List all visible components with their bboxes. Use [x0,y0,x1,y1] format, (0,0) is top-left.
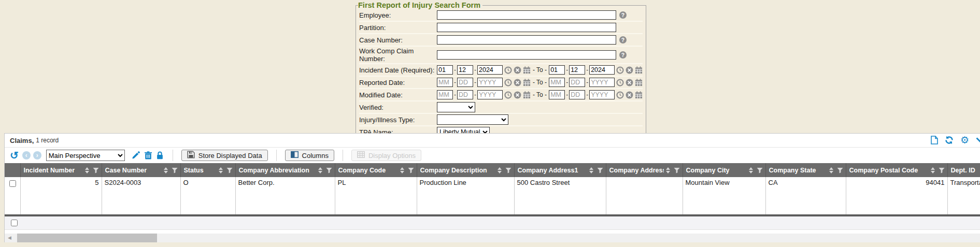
sort-icon[interactable] [219,167,223,173]
clock-icon[interactable] [616,79,624,86]
clear-date-icon[interactable] [514,79,521,86]
reported-to-day-input[interactable] [569,78,585,87]
table-row[interactable]: 5 S2024-0003 O Better Corp. PL Productio… [5,177,980,214]
modified-from-month-input[interactable] [437,90,453,99]
modified-from-year-input[interactable] [477,90,503,99]
footer-checkbox[interactable] [11,220,18,226]
filter-funnel-icon[interactable] [226,167,233,173]
column-header-company-state[interactable]: Company State [765,163,846,177]
injury-type-select[interactable] [437,114,508,125]
horizontal-scrollbar[interactable]: ◀ [5,234,980,242]
reported-from-year-input[interactable] [477,78,503,87]
calendar-icon[interactable] [635,79,643,86]
sort-icon[interactable] [829,167,833,173]
date-dash: - [454,91,456,98]
reported-to-month-input[interactable] [549,78,565,87]
column-header-case-number[interactable]: Case Number [102,163,180,177]
perspective-select[interactable]: Main Perspective [46,150,125,161]
clear-date-icon[interactable] [514,91,521,99]
reported-from-month-input[interactable] [437,78,453,87]
sort-icon[interactable] [931,167,935,173]
clock-icon[interactable] [616,91,624,99]
modified-to-year-input[interactable] [589,90,615,99]
sort-icon[interactable] [666,167,670,173]
filter-funnel-icon[interactable] [674,167,680,173]
calendar-icon[interactable] [635,66,643,74]
sort-icon[interactable] [318,167,322,173]
incident-to-year-input[interactable] [589,65,615,75]
new-document-icon[interactable] [931,136,938,144]
incident-to-day-input[interactable] [569,65,585,75]
sort-icon[interactable] [749,167,753,173]
sort-icon[interactable] [400,167,404,173]
scrollbar-thumb[interactable] [17,234,157,242]
sort-icon[interactable] [498,167,502,173]
store-displayed-data-button[interactable]: Store Displayed Data [181,150,268,161]
clock-icon[interactable] [504,79,512,86]
incident-from-year-input[interactable] [477,65,503,75]
select-all-header-cell[interactable] [5,163,20,177]
reported-to-year-input[interactable] [589,78,615,87]
verified-label: Verified: [359,104,437,111]
chevron-down-icon[interactable] [976,137,980,143]
column-header-company-description[interactable]: Company Description [417,163,514,177]
delete-trash-icon[interactable] [145,151,152,159]
help-icon[interactable]: ? [619,11,627,19]
calendar-icon[interactable] [635,91,643,99]
scroll-left-arrow-icon[interactable]: ◀ [8,236,11,240]
filter-funnel-icon[interactable] [172,167,178,173]
help-icon[interactable]: ? [619,36,627,43]
clock-icon[interactable] [616,66,624,74]
column-header-company-code[interactable]: Company Code [335,163,417,177]
refresh-icon[interactable] [945,136,954,144]
sort-icon[interactable] [164,167,168,173]
column-header-company-city[interactable]: Company City [683,163,765,177]
work-comp-claim-input[interactable] [437,50,616,60]
filter-funnel-icon[interactable] [939,167,945,173]
filter-funnel-icon[interactable] [757,167,763,173]
clear-date-icon[interactable] [626,66,633,74]
incident-to-month-input[interactable] [549,65,565,75]
clock-icon[interactable] [504,91,512,99]
lock-icon[interactable] [157,151,163,159]
filter-funnel-icon[interactable] [326,167,332,173]
sort-icon[interactable] [85,167,89,173]
calendar-icon[interactable] [523,91,531,99]
clock-icon[interactable] [504,66,512,74]
sort-icon[interactable] [589,167,593,173]
partition-input[interactable] [437,23,616,32]
verified-select[interactable] [437,102,475,112]
incident-from-day-input[interactable] [457,65,473,75]
column-header-company-abbreviation[interactable]: Company Abbreviation [235,163,335,177]
modified-to-month-input[interactable] [549,90,565,99]
gear-icon[interactable]: ⚙ [960,136,969,144]
filter-funnel-icon[interactable] [597,167,603,173]
undo-icon[interactable]: ↺ [10,150,19,161]
reported-from-day-input[interactable] [457,78,473,87]
filter-funnel-icon[interactable] [93,167,99,173]
column-header-status[interactable]: Status [180,163,235,177]
column-header-company-postal-code[interactable]: Company Postal Code [846,163,947,177]
column-header-company-address1[interactable]: Company Address1 [514,163,606,177]
column-header-incident-number[interactable]: Incident Number [20,163,102,177]
calendar-icon[interactable] [523,66,531,74]
incident-from-month-input[interactable] [437,65,453,75]
modified-from-day-input[interactable] [457,90,473,99]
clear-date-icon[interactable] [514,66,521,74]
column-header-dept-id[interactable]: Dept. ID [947,163,980,177]
row-checkbox[interactable] [9,180,16,187]
work-comp-claim-label: Work Comp Claim Number: [359,47,437,63]
clear-date-icon[interactable] [626,91,633,99]
edit-pencil-icon[interactable] [132,151,140,159]
columns-button[interactable]: Columns [285,150,334,161]
filter-funnel-icon[interactable] [837,167,843,173]
modified-to-day-input[interactable] [569,90,585,99]
clear-date-icon[interactable] [626,79,633,86]
filter-funnel-icon[interactable] [408,167,414,173]
column-header-company-address2[interactable]: Company Address2 [606,163,683,177]
employee-input[interactable] [437,10,616,20]
help-icon[interactable]: ? [619,51,627,59]
filter-funnel-icon[interactable] [505,167,512,173]
case-number-input[interactable] [437,35,616,45]
calendar-icon[interactable] [523,79,531,86]
